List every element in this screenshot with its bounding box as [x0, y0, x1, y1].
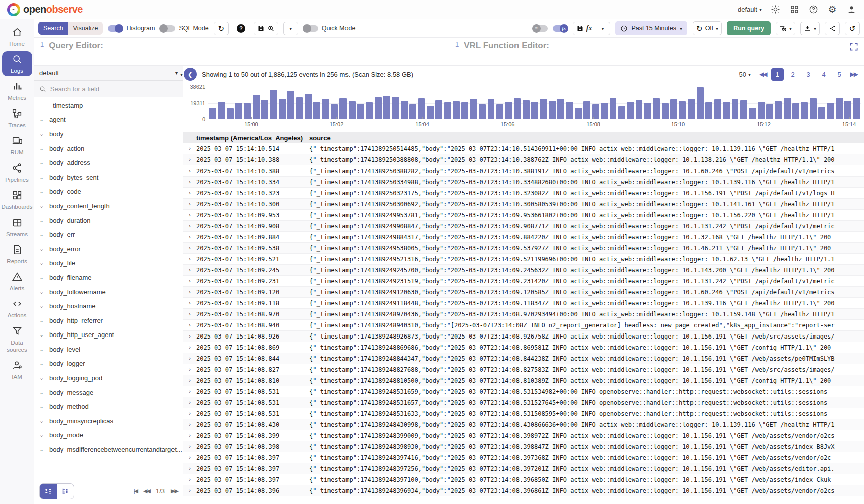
sidebar-item-rum[interactable]: RUM: [2, 133, 32, 158]
field-item[interactable]: ⌄body_logging_pod: [34, 371, 183, 385]
fields-collapse-caret-icon[interactable]: ▾: [180, 72, 183, 77]
log-table-row[interactable]: ›2025-03-07 15:14:08.396{"_timestamp":17…: [183, 485, 864, 496]
chevron-down-icon[interactable]: ⌄: [39, 260, 45, 266]
field-item[interactable]: ⌄body_content_length: [34, 199, 183, 213]
sidebar-item-iam[interactable]: IAM: [2, 357, 32, 382]
user-icon[interactable]: [846, 4, 857, 15]
histogram-bar[interactable]: [418, 98, 425, 119]
chevron-down-icon[interactable]: ⌄: [39, 174, 45, 181]
log-table-row[interactable]: ›2025-03-07 15:14:08.926{"_timestamp":17…: [183, 331, 864, 342]
apps-grid-icon[interactable]: [789, 4, 800, 15]
chevron-down-icon[interactable]: ⌄: [39, 446, 45, 453]
fields-with-values-view-button[interactable]: [40, 484, 57, 499]
histogram-bar[interactable]: [514, 98, 521, 119]
histogram-bar[interactable]: [270, 90, 277, 119]
expand-row-icon[interactable]: ›: [183, 322, 196, 328]
chevron-down-icon[interactable]: ⌄: [39, 303, 45, 309]
histogram-bar[interactable]: [714, 99, 721, 119]
histogram-bar[interactable]: [662, 103, 669, 119]
histogram-bar[interactable]: [227, 108, 234, 119]
histogram-bar[interactable]: [618, 106, 625, 119]
saved-functions-dropdown[interactable]: ▾: [595, 22, 610, 35]
expand-editor-icon[interactable]: [849, 42, 859, 52]
histogram-bar[interactable]: [531, 102, 538, 119]
log-table-row[interactable]: ›2025-03-07 15:14:08.844{"_timestamp":17…: [183, 353, 864, 364]
log-table-row[interactable]: ›2025-03-07 15:14:08.869{"_timestamp":17…: [183, 342, 864, 353]
tab-visualize[interactable]: Visualize: [68, 22, 103, 35]
field-item[interactable]: ⌄body_address: [34, 155, 183, 170]
quick-mode-toggle[interactable]: Quick Mode: [303, 25, 356, 32]
field-search-input[interactable]: [50, 85, 178, 93]
histogram-bar[interactable]: [209, 108, 216, 119]
query-editor[interactable]: 1 Query Editor:: [34, 38, 449, 65]
histogram-bar[interactable]: [575, 108, 582, 119]
auto-refresh-interval[interactable]: ↻ Off ▾: [693, 21, 722, 35]
expand-row-icon[interactable]: ›: [183, 278, 196, 284]
fields-tree-view-button[interactable]: [57, 484, 74, 499]
histogram-bar[interactable]: [610, 98, 617, 119]
field-item[interactable]: ⌄body_file: [34, 256, 183, 271]
field-item[interactable]: ⌄body_followername: [34, 285, 183, 299]
sidebar-item-home[interactable]: Home: [2, 24, 32, 49]
log-table-row[interactable]: ›2025-03-07 15:14:08.970{"_timestamp":17…: [183, 309, 864, 320]
field-item[interactable]: ⌄body_minsyncreplicas: [34, 414, 183, 428]
chevron-down-icon[interactable]: ⌄: [39, 274, 45, 281]
chevron-down-icon[interactable]: ⌄: [39, 246, 45, 252]
sidebar-item-logs[interactable]: Logs: [2, 51, 32, 76]
histogram-bar[interactable]: [253, 95, 260, 119]
histogram-bar[interactable]: [653, 98, 660, 119]
org-selector[interactable]: default ▾: [738, 6, 762, 13]
histogram-bar[interactable]: [357, 104, 364, 119]
expand-row-icon[interactable]: ›: [183, 300, 196, 306]
sidebar-item-traces[interactable]: Traces: [2, 106, 32, 131]
log-table-row[interactable]: ›2025-03-07 15:14:10.300{"_timestamp":17…: [183, 199, 864, 210]
expand-row-icon[interactable]: ›: [183, 399, 196, 406]
field-item[interactable]: ⌄body_message: [34, 385, 183, 400]
histogram-bar[interactable]: [784, 98, 791, 119]
field-item[interactable]: ⌄body_err: [34, 227, 183, 242]
log-table-row[interactable]: ›2025-03-07 15:14:08.398{"_timestamp":17…: [183, 441, 864, 452]
theme-sun-icon[interactable]: [770, 4, 781, 15]
chevron-down-icon[interactable]: ⌄: [39, 432, 45, 438]
time-range-picker[interactable]: Past 15 Minutes ▾: [615, 21, 687, 35]
histogram-bar[interactable]: [688, 99, 695, 119]
histogram-bar[interactable]: [740, 100, 747, 119]
log-table-row[interactable]: ›2025-03-07 15:14:10.334{"_timestamp":17…: [183, 177, 864, 188]
histogram-bar[interactable]: [496, 104, 503, 119]
search-history-button[interactable]: ↺: [845, 22, 860, 35]
expand-row-icon[interactable]: ›: [183, 421, 196, 428]
log-table-row[interactable]: ›2025-03-07 15:14:08.827{"_timestamp":17…: [183, 364, 864, 375]
histogram-bar[interactable]: [853, 98, 860, 119]
reset-query-button[interactable]: ↻: [214, 22, 229, 35]
sidebar-item-alerts[interactable]: Alerts: [2, 269, 32, 294]
histogram-bar[interactable]: [305, 94, 312, 120]
run-query-button[interactable]: Run query: [727, 21, 771, 35]
chevron-down-icon[interactable]: ⌄: [39, 317, 45, 324]
log-table-row[interactable]: ›2025-03-07 15:14:09.538{"_timestamp":17…: [183, 243, 864, 254]
chevron-down-icon[interactable]: ⌄: [39, 403, 45, 410]
histogram-bar[interactable]: [235, 103, 242, 119]
expand-row-icon[interactable]: ›: [183, 487, 196, 494]
vrl-function-editor[interactable]: 1 VRL Function Editor:: [449, 38, 864, 65]
expand-row-icon[interactable]: ›: [183, 179, 196, 185]
collapse-fields-button[interactable]: ❮: [184, 68, 197, 81]
log-table-row[interactable]: ›2025-03-07 15:14:08.531{"_timestamp":17…: [183, 386, 864, 397]
field-item[interactable]: ⌄body_filename: [34, 270, 183, 285]
histogram-bar[interactable]: [479, 104, 486, 119]
field-item[interactable]: ⌄body_logger: [34, 357, 183, 371]
histogram-bar[interactable]: [636, 100, 643, 119]
histogram-bar[interactable]: [218, 102, 225, 120]
histogram-bar[interactable]: [392, 97, 399, 119]
download-results-button[interactable]: ▾: [800, 22, 820, 35]
histogram-bar[interactable]: [366, 102, 373, 119]
chevron-down-icon[interactable]: ⌄: [39, 389, 45, 396]
histogram-bar[interactable]: [810, 98, 817, 119]
log-table-row[interactable]: ›2025-03-07 15:14:10.388{"_timestamp":17…: [183, 154, 864, 165]
expand-row-icon[interactable]: ›: [183, 355, 196, 362]
histogram-bar[interactable]: [732, 99, 739, 119]
log-table-row[interactable]: ›2025-03-07 15:14:10.514{"_timestamp":17…: [183, 143, 864, 154]
share-link-button[interactable]: [825, 22, 840, 35]
log-table-row[interactable]: ›2025-03-07 15:14:09.245{"_timestamp":17…: [183, 265, 864, 276]
log-table-row[interactable]: ›2025-03-07 15:14:08.810{"_timestamp":17…: [183, 375, 864, 386]
histogram-toggle[interactable]: Histogram: [108, 25, 155, 32]
